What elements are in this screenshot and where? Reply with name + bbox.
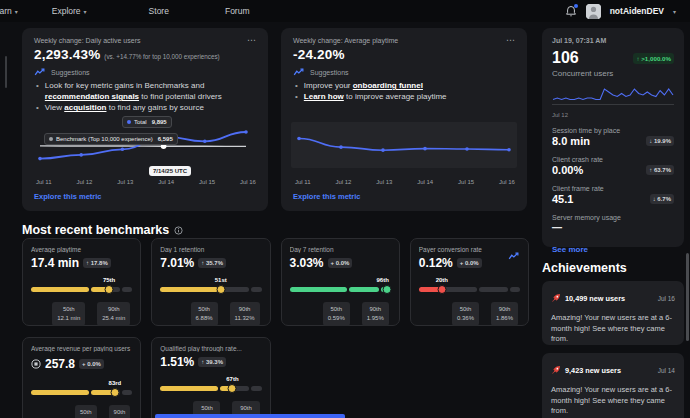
- suggestions-icon: [293, 68, 305, 77]
- x-axis-label: Jul 16: [240, 179, 256, 185]
- percentile-slider[interactable]: 96th: [290, 287, 391, 293]
- x-axis-labels: Jul 11Jul 12Jul 13Jul 14Jul 15Jul 16: [36, 179, 256, 185]
- nav-item-store[interactable]: Store: [149, 6, 169, 16]
- benchmarks-heading: Most recent benchmarks: [22, 223, 169, 237]
- card-title: Weekly change: Average playtime: [293, 37, 398, 44]
- percentile-marker[interactable]: [216, 285, 225, 294]
- nav-item-learn[interactable]: Learn ▾: [0, 6, 18, 16]
- playtime-line-chart[interactable]: [291, 122, 517, 172]
- metric-value: 8.0 min: [552, 135, 590, 147]
- series-dot-icon: [127, 120, 131, 124]
- achievement-date: Jul 16: [658, 295, 675, 302]
- suggestion-bullet: •Improve your onboarding funnel: [295, 80, 515, 91]
- percentile-slider[interactable]: 20th: [419, 287, 520, 293]
- account-chevron-down-icon[interactable]: ▾: [673, 8, 676, 15]
- benchmark-value: 0.12%: [419, 256, 453, 270]
- info-icon[interactable]: [174, 221, 183, 239]
- benchmark-value: 17.4 min: [31, 256, 79, 270]
- suggestion-link[interactable]: recommendation signals: [45, 92, 139, 101]
- metric-value: 0.00%: [552, 164, 583, 176]
- card-menu-button[interactable]: ⋯: [506, 37, 515, 43]
- benchmark-title: Day 7 retention: [290, 246, 391, 253]
- benchmark-card: Day 1 retention 7.01% ↑ 35.7% 51st 50th6…: [151, 238, 270, 326]
- bottom-blue-bar: [155, 414, 345, 418]
- x-axis-label: Jul 13: [117, 179, 133, 185]
- percentile-label: 75th: [103, 277, 115, 283]
- p90-chip: 90th25.4 min: [97, 302, 130, 326]
- percentile-label: 20th: [436, 277, 448, 283]
- benchmark-title: Average revenue per paying users: [31, 345, 132, 352]
- percentile-slider[interactable]: 83rd: [31, 390, 132, 396]
- x-axis-label: Jul 13: [376, 179, 392, 185]
- percentile-marker[interactable]: [382, 285, 391, 294]
- concurrent-users-sparkline[interactable]: [552, 83, 674, 107]
- benchmark-title: Qualified play through rate...: [160, 345, 261, 352]
- suggestion-link[interactable]: onboarding funnel: [353, 81, 423, 90]
- chart-tooltip-date: 7/14/25 UTC: [149, 166, 191, 176]
- benchmark-change-badge: + 0.0%: [457, 258, 482, 268]
- benchmark-card: Average playtime 17.4 min ↑ 17.8% 75th 5…: [22, 238, 141, 326]
- benchmark-change-badge: ↑ 17.8%: [83, 258, 111, 268]
- chart-tooltip-benchmark: Benchmark (Top 10,000 experience)6,595: [44, 133, 178, 145]
- suggestions-icon[interactable]: [508, 246, 520, 264]
- nav-item-explore[interactable]: Explore ▾: [52, 6, 87, 16]
- username[interactable]: notAidenDEV: [610, 6, 664, 16]
- notifications-bell-icon[interactable]: [565, 5, 577, 18]
- metric-change-badge: ↑ 63.7%: [646, 165, 674, 175]
- nav-label: Forum: [225, 6, 250, 16]
- benchmark-title: Average playtime: [31, 246, 132, 253]
- card-title: Weekly change: Daily active users: [34, 37, 140, 44]
- top-nav-links: Learn ▾ Explore ▾ Store Forum: [0, 6, 250, 16]
- benchmark-card: Payer conversion rate 0.12% + 0.0% 20th …: [410, 238, 529, 326]
- metric-change-badge: ↓ 6.7%: [650, 194, 674, 204]
- x-axis-label: Jul 12: [335, 179, 351, 185]
- percentile-marker[interactable]: [437, 285, 446, 294]
- achievement-card: 10,499 new users Jul 16 Amazing! Your ne…: [542, 281, 684, 345]
- chevron-down-icon: ▾: [15, 8, 18, 15]
- bullet-icon: •: [36, 80, 39, 102]
- percentile-slider[interactable]: 51st: [160, 287, 261, 293]
- see-more-link[interactable]: See more: [552, 245, 674, 254]
- p90-chip: 90th1.95%: [362, 302, 389, 326]
- benchmark-card: Day 7 retention 3.03% + 0.0% 96th 50th0.…: [281, 238, 400, 326]
- right-scrollbar-thumb[interactable]: [686, 253, 689, 341]
- explore-metric-link[interactable]: Explore this metric: [34, 192, 102, 201]
- percentile-marker[interactable]: [110, 388, 119, 397]
- achievement-date: Jul 14: [658, 367, 675, 374]
- achievement-title: 10,499 new users: [565, 294, 625, 303]
- explore-metric-link[interactable]: Explore this metric: [293, 192, 361, 201]
- benchmark-card: Average revenue per paying users 257.8 +…: [22, 337, 141, 418]
- benchmark-change-badge: + 0.0%: [79, 359, 104, 369]
- p50-chip: 50th12.1 min: [52, 302, 85, 326]
- rocket-icon: [551, 361, 561, 379]
- percentile-slider[interactable]: 75th: [31, 287, 132, 293]
- percentile-marker[interactable]: [105, 285, 114, 294]
- benchmark-title: Day 1 retention: [160, 246, 261, 253]
- card-menu-button[interactable]: ⋯: [247, 37, 256, 43]
- percentile-marker[interactable]: [228, 384, 237, 393]
- nav-item-forum[interactable]: Forum: [225, 6, 250, 16]
- suggestions-label: Suggestions: [51, 69, 90, 76]
- left-scrollbar-thumb[interactable]: [5, 56, 7, 88]
- suggestion-link[interactable]: Learn how: [304, 92, 344, 101]
- nav-label: Explore: [52, 6, 81, 16]
- avatar[interactable]: [586, 4, 601, 19]
- server-memory-value: —: [552, 222, 674, 233]
- percentile-label: 67th: [226, 376, 238, 382]
- bullet-icon: •: [295, 80, 298, 91]
- p50-chip: 50th6.88%: [191, 302, 218, 326]
- benchmark-card: Qualified play through rate... 1.51% ↑ 3…: [151, 337, 270, 418]
- percentile-label: 51st: [215, 277, 227, 283]
- achievement-body: Amazing! Your new users are at a 6-month…: [551, 313, 675, 345]
- notification-dot: [574, 4, 578, 8]
- p90-chip: 90th1.86%: [491, 302, 518, 326]
- robux-icon: [31, 355, 41, 373]
- chevron-down-icon: ▾: [84, 8, 87, 15]
- p50-chip: 50th85.6: [75, 405, 97, 418]
- x-axis-label: Jul 12: [76, 179, 92, 185]
- x-axis-label: Jul 14: [158, 179, 174, 185]
- metric-label: Server memory usage: [552, 214, 674, 221]
- suggestion-bullet: •Learn how to improve average playtime: [295, 91, 515, 102]
- concurrent-users-label: Concurrent users: [552, 69, 674, 78]
- percentile-slider[interactable]: 67th: [160, 386, 261, 392]
